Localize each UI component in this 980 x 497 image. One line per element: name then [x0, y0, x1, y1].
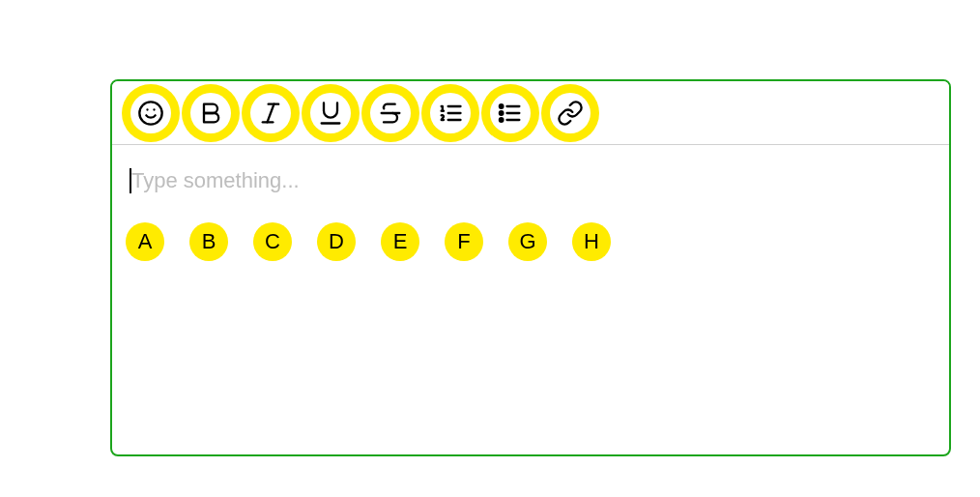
editor-placeholder: Type something...: [131, 168, 300, 193]
badge-g: G: [508, 222, 547, 261]
badge-h: H: [572, 222, 611, 261]
unordered-list-button[interactable]: [481, 84, 539, 142]
underline-button[interactable]: [302, 84, 360, 142]
badge-e: E: [381, 222, 419, 261]
svg-point-16: [500, 118, 504, 122]
toolbar-buttons: [112, 81, 601, 145]
editor-line-1: Type something...: [130, 168, 932, 197]
italic-icon: [250, 93, 291, 133]
underline-icon: [310, 93, 351, 133]
svg-line-5: [268, 104, 274, 123]
emoji-button[interactable]: [122, 84, 180, 142]
editor-toolbar: [112, 81, 949, 145]
badge-f: F: [445, 222, 483, 261]
badge-d: D: [317, 222, 356, 261]
ordered-list-button[interactable]: [421, 84, 479, 142]
link-icon: [550, 93, 591, 133]
ordered-list-icon: [430, 93, 471, 133]
badge-b: B: [189, 222, 228, 261]
unordered-list-icon: [490, 93, 531, 133]
strikethrough-button[interactable]: [361, 84, 419, 142]
link-button[interactable]: [541, 84, 599, 142]
bold-icon: [190, 93, 231, 133]
svg-point-0: [139, 102, 161, 124]
badge-c: C: [253, 222, 292, 261]
italic-button[interactable]: [242, 84, 300, 142]
editor-content[interactable]: Type something... A B C D E F G H: [112, 145, 949, 454]
emoji-icon: [130, 93, 171, 133]
badge-row: A B C D E F G H: [126, 222, 611, 261]
strikethrough-icon: [370, 93, 411, 133]
badge-a: A: [126, 222, 164, 261]
app-stage: Type something... A B C D E F G H: [0, 0, 980, 497]
svg-point-15: [500, 111, 504, 115]
bold-button[interactable]: [182, 84, 240, 142]
editor-frame: Type something... A B C D E F G H: [110, 79, 951, 456]
svg-point-14: [500, 104, 504, 108]
